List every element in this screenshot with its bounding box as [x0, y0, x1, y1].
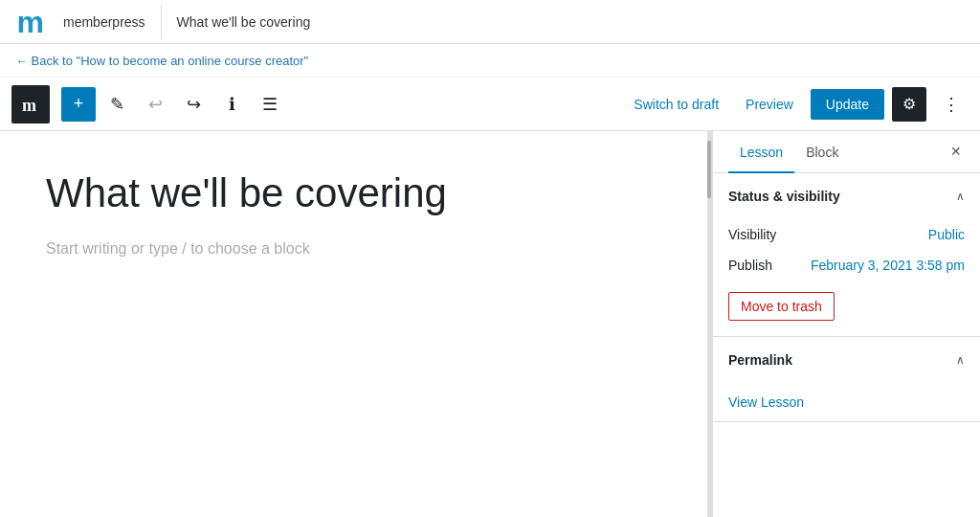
post-title: What we'll be covering [46, 169, 665, 217]
switch-draft-button[interactable]: Switch to draft [624, 91, 728, 118]
editor-toolbar: m + ✎ ↩ ↪ ℹ ☰ Switch to draft Preview Up… [0, 78, 980, 131]
editor-area[interactable]: What we'll be covering Start writing or … [0, 131, 712, 517]
permalink-section-toggle: ∧ [956, 353, 965, 367]
view-lesson-link[interactable]: View Lesson [713, 383, 980, 421]
visibility-label: Visibility [728, 227, 776, 242]
permalink-section: Permalink ∧ View Lesson [713, 337, 980, 422]
list-view-button[interactable]: ☰ [253, 87, 287, 122]
svg-text:m: m [22, 96, 36, 115]
back-link[interactable]: ← Back to "How to become an online cours… [15, 54, 308, 68]
move-to-trash-button[interactable]: Move to trash [728, 292, 835, 321]
svg-text:m: m [17, 5, 44, 39]
update-button[interactable]: Update [811, 89, 884, 120]
status-section-title: Status & visibility [728, 189, 840, 204]
add-block-button[interactable]: + [61, 87, 96, 122]
tab-block[interactable]: Block [794, 131, 850, 173]
permalink-section-title: Permalink [728, 352, 792, 368]
scroll-indicator [707, 131, 711, 517]
publish-row: Publish February 3, 2021 3:58 pm [713, 250, 980, 281]
logo-area: m memberpress [15, 5, 162, 39]
settings-button[interactable]: ⚙ [892, 87, 926, 122]
publish-value[interactable]: February 3, 2021 3:58 pm [811, 258, 965, 273]
page-title-bar: What we'll be covering [162, 14, 311, 30]
sidebar-close-button[interactable]: × [947, 138, 965, 166]
back-link-bar: ← Back to "How to become an online cours… [0, 44, 980, 78]
publish-label: Publish [728, 258, 772, 273]
sidebar-tabs: Lesson Block × [713, 131, 980, 173]
content-placeholder: Start writing or type / to choose a bloc… [46, 240, 665, 258]
edit-button[interactable]: ✎ [100, 87, 134, 122]
memberpress-logo: m [15, 5, 54, 39]
undo-button[interactable]: ↩ [138, 87, 172, 122]
info-button[interactable]: ℹ [214, 87, 249, 122]
sidebar-content: Status & visibility ∧ Visibility Public … [713, 173, 980, 422]
visibility-value[interactable]: Public [928, 227, 965, 242]
permalink-section-header[interactable]: Permalink ∧ [713, 337, 980, 383]
more-options-button[interactable]: ⋮ [934, 87, 969, 122]
status-section-toggle: ∧ [956, 190, 965, 203]
toolbar-left: m + ✎ ↩ ↪ ℹ ☰ [11, 85, 624, 124]
tab-lesson[interactable]: Lesson [728, 131, 794, 173]
sidebar: Lesson Block × Status & visibility ∧ Vis… [712, 131, 980, 517]
site-name: memberpress [63, 14, 145, 30]
redo-button[interactable]: ↪ [176, 87, 211, 122]
more-icon: ⋮ [943, 94, 960, 115]
main-area: What we'll be covering Start writing or … [0, 131, 980, 517]
move-to-trash-container: Move to trash [713, 281, 980, 336]
top-bar: m memberpress What we'll be covering [0, 0, 980, 44]
toolbar-right: Switch to draft Preview Update ⚙ ⋮ [624, 87, 969, 122]
status-section-header[interactable]: Status & visibility ∧ [713, 173, 980, 219]
preview-button[interactable]: Preview [736, 91, 803, 118]
visibility-row: Visibility Public [713, 219, 980, 250]
wp-logo-block[interactable]: m [11, 85, 50, 124]
status-visibility-section: Status & visibility ∧ Visibility Public … [713, 173, 980, 337]
gear-icon: ⚙ [902, 95, 916, 113]
scroll-thumb [707, 141, 711, 198]
